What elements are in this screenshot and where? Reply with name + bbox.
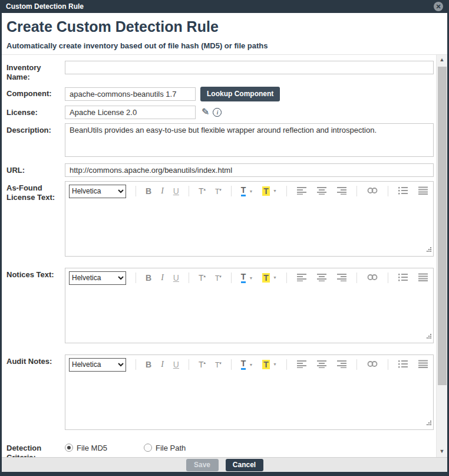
toolbar-separator xyxy=(286,273,287,283)
font-size-decrease-button[interactable]: T▾ xyxy=(215,188,222,195)
justify-icon[interactable] xyxy=(418,273,428,283)
inventory-name-input[interactable] xyxy=(65,61,434,74)
as-found-license-text-editor: Helvetica B I U T▴ T▾ T▼ T▼ xyxy=(65,181,434,257)
bold-button[interactable]: B xyxy=(146,274,151,282)
editor-toolbar: Helvetica B I U T▴ T▾ T▼ T▼ xyxy=(65,268,433,287)
align-center-icon[interactable] xyxy=(316,273,327,283)
editor-toolbar: Helvetica B I U T▴ T▾ T▼ T▼ xyxy=(65,182,433,201)
underline-button[interactable]: U xyxy=(173,274,179,282)
resize-grip-icon[interactable] xyxy=(426,418,432,428)
page-subtitle: Automatically create inventory based out… xyxy=(6,41,443,50)
close-icon[interactable]: ✕ xyxy=(434,2,443,11)
text-color-button[interactable]: T▼ xyxy=(241,359,253,370)
highlight-color-button[interactable]: T▼ xyxy=(262,360,277,370)
component-row: Component: Lookup Component xyxy=(6,87,434,101)
italic-button[interactable]: I xyxy=(161,187,164,195)
component-input[interactable] xyxy=(65,87,196,101)
license-input[interactable] xyxy=(65,106,196,119)
align-right-icon[interactable] xyxy=(336,273,347,283)
toolbar-separator xyxy=(388,273,388,283)
edit-pencil-icon[interactable]: ✎ xyxy=(202,107,209,117)
highlight-color-button[interactable]: T▼ xyxy=(262,273,277,283)
align-right-icon[interactable] xyxy=(336,186,347,196)
text-color-button[interactable]: T▼ xyxy=(241,186,253,196)
notices-text-label: Notices Text: xyxy=(6,268,65,280)
font-size-decrease-button[interactable]: T▾ xyxy=(215,361,222,369)
radio-option-file-path[interactable]: File Path xyxy=(144,444,186,452)
editor-content[interactable] xyxy=(65,201,433,248)
align-center-icon[interactable] xyxy=(316,360,327,369)
font-family-select[interactable]: Helvetica xyxy=(69,358,126,372)
font-size-decrease-button[interactable]: T▾ xyxy=(215,274,222,282)
scroll-up-icon[interactable]: ▲ xyxy=(440,55,445,64)
highlight-color-button[interactable]: T▼ xyxy=(262,186,277,196)
radio-option-file-md5[interactable]: File MD5 xyxy=(65,444,107,452)
link-icon[interactable] xyxy=(367,273,378,283)
description-row: Description: BeanUtils provides an easy-… xyxy=(6,123,434,159)
cancel-button[interactable]: Cancel xyxy=(226,459,263,471)
toolbar-separator xyxy=(231,186,232,196)
dialog-header: Create Custom Detection Rule Automatical… xyxy=(2,13,447,54)
toolbar-separator xyxy=(356,186,357,196)
editor-content[interactable] xyxy=(65,374,433,421)
align-left-icon[interactable] xyxy=(296,273,307,283)
font-size-increase-button[interactable]: T▴ xyxy=(199,187,206,195)
dialog-titlebar: Custom Detection Rule ✕ xyxy=(2,0,447,13)
radio-file-path-label: File Path xyxy=(156,444,186,452)
resize-grip-icon[interactable] xyxy=(426,331,432,342)
scrollbar-thumb[interactable] xyxy=(438,67,447,385)
audit-notes-editor: Helvetica B I U T▴ T▾ T▼ T▼ xyxy=(65,354,434,430)
component-label: Component: xyxy=(6,87,65,99)
italic-button[interactable]: I xyxy=(161,360,164,369)
toolbar-separator xyxy=(356,359,357,370)
underline-button[interactable]: U xyxy=(173,187,179,195)
link-icon[interactable] xyxy=(367,186,378,196)
page-title: Create Custom Detection Rule xyxy=(6,18,443,35)
notices-text-editor: Helvetica B I U T▴ T▾ T▼ T▼ xyxy=(65,268,434,343)
ordered-list-icon[interactable] xyxy=(398,360,408,369)
toolbar-separator xyxy=(388,186,388,196)
font-family-select[interactable]: Helvetica xyxy=(69,271,126,285)
toolbar-separator xyxy=(189,273,189,283)
text-color-button[interactable]: T▼ xyxy=(241,273,253,283)
ordered-list-icon[interactable] xyxy=(398,273,408,283)
underline-button[interactable]: U xyxy=(173,360,179,369)
font-family-select[interactable]: Helvetica xyxy=(69,185,126,198)
toolbar-separator xyxy=(189,359,189,370)
bold-button[interactable]: B xyxy=(146,360,151,369)
chevron-down-icon: ▼ xyxy=(273,189,277,193)
bold-button[interactable]: B xyxy=(146,187,151,195)
italic-button[interactable]: I xyxy=(161,274,164,282)
url-input[interactable] xyxy=(65,163,434,177)
scroll-down-icon[interactable]: ▼ xyxy=(440,448,445,457)
align-left-icon[interactable] xyxy=(296,186,307,196)
link-icon[interactable] xyxy=(367,360,378,369)
lookup-component-button[interactable]: Lookup Component xyxy=(200,87,280,101)
font-size-increase-button[interactable]: T▴ xyxy=(199,274,206,282)
toolbar-separator xyxy=(136,273,136,283)
font-size-increase-button[interactable]: T▴ xyxy=(199,360,206,369)
justify-icon[interactable] xyxy=(418,186,428,196)
align-left-icon[interactable] xyxy=(296,360,307,369)
align-center-icon[interactable] xyxy=(316,186,327,196)
justify-icon[interactable] xyxy=(418,360,428,369)
inventory-name-label: Inventory Name: xyxy=(6,61,65,83)
audit-notes-row: Audit Notes: Helvetica B I U T▴ T▾ T▼ T▼ xyxy=(6,354,434,437)
resize-grip-icon[interactable] xyxy=(426,244,432,255)
info-icon[interactable]: i xyxy=(213,108,222,117)
align-right-icon[interactable] xyxy=(336,360,347,369)
editor-content[interactable] xyxy=(65,287,433,334)
license-label: License: xyxy=(6,106,65,117)
url-row: URL: xyxy=(6,163,434,177)
toolbar-separator xyxy=(231,359,232,370)
radio-file-path[interactable] xyxy=(144,444,152,452)
vertical-scrollbar[interactable]: ▲ ▼ xyxy=(436,55,447,457)
ordered-list-icon[interactable] xyxy=(398,186,408,196)
chevron-down-icon: ▼ xyxy=(249,363,253,367)
description-textarea[interactable]: BeanUtils provides an easy-to-use but fl… xyxy=(65,123,434,157)
description-label: Description: xyxy=(6,123,65,135)
toolbar-separator xyxy=(136,359,136,370)
radio-file-md5[interactable] xyxy=(65,444,73,452)
notices-text-row: Notices Text: Helvetica B I U T▴ T▾ T▼ T… xyxy=(6,268,434,350)
save-button[interactable]: Save xyxy=(186,459,219,471)
